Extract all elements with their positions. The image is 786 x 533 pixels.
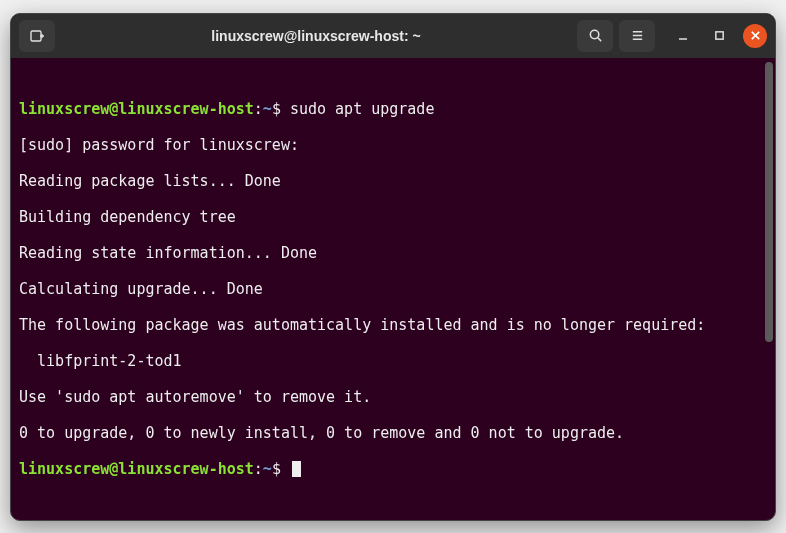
prompt-path: ~ (263, 100, 272, 118)
titlebar-right-group (577, 20, 767, 52)
cursor (292, 461, 301, 477)
output-line: [sudo] password for linuxscrew: (19, 136, 767, 154)
scrollbar[interactable] (765, 62, 773, 342)
svg-rect-0 (31, 31, 41, 41)
maximize-button[interactable] (707, 24, 731, 48)
output-line: Reading package lists... Done (19, 172, 767, 190)
terminal-line: linuxscrew@linuxscrew-host:~$ sudo apt u… (19, 100, 767, 118)
search-button[interactable] (577, 20, 613, 52)
close-icon (750, 30, 761, 41)
terminal-area[interactable]: linuxscrew@linuxscrew-host:~$ sudo apt u… (11, 58, 775, 520)
output-line: Building dependency tree (19, 208, 767, 226)
prompt-user-host: linuxscrew@linuxscrew-host (19, 460, 254, 478)
window-controls (671, 24, 767, 48)
window-title: linuxscrew@linuxscrew-host: ~ (59, 28, 573, 44)
output-line: 0 to upgrade, 0 to newly install, 0 to r… (19, 424, 767, 442)
svg-point-3 (590, 30, 598, 38)
svg-rect-9 (715, 32, 722, 39)
prompt-user-host: linuxscrew@linuxscrew-host (19, 100, 254, 118)
output-line: The following package was automatically … (19, 316, 767, 334)
output-line: libfprint-2-tod1 (19, 352, 767, 370)
output-line: Calculating upgrade... Done (19, 280, 767, 298)
new-tab-button[interactable] (19, 20, 55, 52)
prompt-colon: : (254, 100, 263, 118)
menu-button[interactable] (619, 20, 655, 52)
minimize-icon (677, 30, 689, 42)
terminal-line: linuxscrew@linuxscrew-host:~$ (19, 460, 767, 478)
command-text: sudo apt upgrade (290, 100, 435, 118)
prompt-colon: : (254, 460, 263, 478)
prompt-symbol: $ (272, 100, 281, 118)
terminal-window: linuxscrew@linuxscrew-host: ~ (10, 13, 776, 521)
hamburger-icon (630, 28, 645, 43)
close-button[interactable] (743, 24, 767, 48)
minimize-button[interactable] (671, 24, 695, 48)
output-line: Use 'sudo apt autoremove' to remove it. (19, 388, 767, 406)
svg-line-4 (597, 38, 600, 41)
titlebar: linuxscrew@linuxscrew-host: ~ (11, 14, 775, 58)
prompt-path: ~ (263, 460, 272, 478)
output-line: Reading state information... Done (19, 244, 767, 262)
search-icon (588, 28, 603, 43)
prompt-symbol: $ (272, 460, 281, 478)
new-tab-icon (29, 28, 45, 44)
maximize-icon (714, 30, 725, 41)
